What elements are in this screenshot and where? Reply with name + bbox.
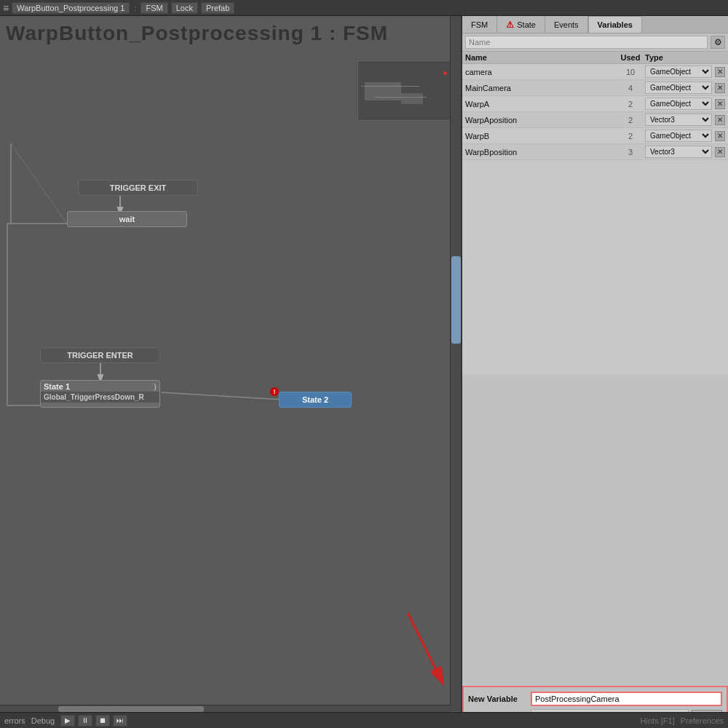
variable-search-row: ⚙ <box>462 33 728 52</box>
list-item: WarpA 2 GameObject ✕ <box>462 96 728 112</box>
tab-variables[interactable]: Variables <box>588 16 642 33</box>
var-delete-warpaposition[interactable]: ✕ <box>715 115 725 125</box>
state2-node[interactable]: State 2 <box>279 392 352 408</box>
play-button[interactable]: ▶ <box>60 715 75 727</box>
var-used-camera: 10 <box>616 68 645 76</box>
var-delete-warpbposition[interactable]: ✕ <box>715 147 725 157</box>
var-type-warpaposition-select[interactable]: Vector3 <box>645 114 712 126</box>
pause-button[interactable]: ⏸ <box>78 715 92 727</box>
settings-button[interactable]: ⚙ <box>711 36 725 49</box>
right-tabs: FSM ⚠ State Events Variables <box>462 16 728 33</box>
var-type-warpbposition-select[interactable]: Vector3 <box>645 146 712 158</box>
var-type-warpbposition-wrap: Vector3 ✕ <box>645 146 725 158</box>
new-variable-row: New Variable <box>468 692 722 706</box>
svg-line-5 <box>162 392 284 400</box>
var-used-warpaposition: 2 <box>616 116 645 124</box>
trigger-enter-header[interactable]: TRIGGER ENTER <box>40 347 160 363</box>
error-indicator: ! <box>270 387 279 396</box>
var-name-warpbposition[interactable]: WarpBposition <box>465 148 616 157</box>
col-used-header: Used <box>616 53 645 62</box>
canvas-vscroll[interactable] <box>450 16 461 711</box>
var-used-warpbposition: 3 <box>616 148 645 157</box>
errors-label[interactable]: errors <box>4 716 25 725</box>
fsm-canvas[interactable]: WarpButton_Postprocessing 1 : FSM <box>0 16 462 728</box>
var-type-warpb-wrap: GameObject ✕ <box>645 130 725 142</box>
list-item: WarpBposition 3 Vector3 ✕ <box>462 144 728 160</box>
var-type-camera-wrap: GameObject ✕ <box>645 66 725 78</box>
annotation-arrows <box>0 16 462 728</box>
var-name-warpaposition[interactable]: WarpAposition <box>465 116 616 124</box>
var-type-maincamera-wrap: GameObject ✕ <box>645 82 725 94</box>
variables-panel: ⚙ Name Used Type camera 10 GameObject <box>462 33 728 728</box>
var-type-warpaposition-wrap: Vector3 ✕ <box>645 114 725 126</box>
list-item: WarpAposition 2 Vector3 ✕ <box>462 112 728 128</box>
prefab-button[interactable]: Prefab <box>201 2 234 14</box>
top-bar: ≡ WarpButton_Postprocessing 1 : FSM Lock… <box>0 0 728 16</box>
new-variable-label: New Variable <box>468 695 528 703</box>
var-type-maincamera-select[interactable]: GameObject <box>645 82 712 94</box>
var-delete-warpa[interactable]: ✕ <box>715 99 725 109</box>
mini-map <box>357 60 455 122</box>
var-type-camera-select[interactable]: GameObject <box>645 66 712 78</box>
play-controls: ▶ ⏸ ⏹ ⏭ <box>60 715 127 727</box>
lock-button[interactable]: Lock <box>171 2 198 14</box>
warning-icon: ⚠ <box>506 20 514 30</box>
var-used-warpa: 2 <box>616 100 645 108</box>
var-delete-camera[interactable]: ✕ <box>715 67 725 77</box>
tab-state[interactable]: ⚠ State <box>497 16 545 33</box>
var-name-warpa[interactable]: WarpA <box>465 100 616 108</box>
new-variable-input[interactable] <box>531 692 722 706</box>
var-delete-maincamera[interactable]: ✕ <box>715 83 725 93</box>
var-name-maincamera[interactable]: MainCamera <box>465 84 616 92</box>
variable-list: camera 10 GameObject ✕ MainCamera 4 <box>462 64 728 375</box>
var-type-warpa-select[interactable]: GameObject <box>645 98 712 110</box>
canvas-title: WarpButton_Postprocessing 1 : FSM <box>0 22 461 45</box>
debug-label[interactable]: Debug <box>31 716 55 725</box>
title-button[interactable]: WarpButton_Postprocessing 1 <box>12 2 130 14</box>
canvas-hscroll-thumb[interactable] <box>58 706 204 712</box>
list-item: WarpB 2 GameObject ✕ <box>462 128 728 144</box>
var-delete-warpb[interactable]: ✕ <box>715 131 725 141</box>
var-spacer <box>462 375 728 686</box>
variable-search-input[interactable] <box>465 36 708 49</box>
var-name-warpb[interactable]: WarpB <box>465 132 616 141</box>
main-layout: WarpButton_Postprocessing 1 : FSM <box>0 16 728 728</box>
menu-icon: ≡ <box>3 2 9 14</box>
col-name-header: Name <box>465 53 616 62</box>
svg-line-8 <box>408 613 440 678</box>
var-type-warpa-wrap: GameObject ✕ <box>645 98 725 110</box>
right-status-bar: Hints [F1] Preferences <box>641 716 724 725</box>
var-used-maincamera: 4 <box>616 84 645 92</box>
right-panel: FSM ⚠ State Events Variables ⚙ Name <box>462 16 728 728</box>
status-bar: errors Debug ▶ ⏸ ⏹ ⏭ Hints [F1] Preferen… <box>0 712 728 728</box>
separator: : <box>134 4 136 12</box>
tab-fsm[interactable]: FSM <box>462 16 497 33</box>
step-button[interactable]: ⏭ <box>113 715 127 727</box>
variable-table-header: Name Used Type <box>462 52 728 64</box>
col-type-header: Type <box>645 53 725 62</box>
state1-node[interactable]: State 1 ) Global_TriggerPressDown_R <box>40 380 160 408</box>
list-item: MainCamera 4 GameObject ✕ <box>462 80 728 96</box>
fsm-button[interactable]: FSM <box>141 2 167 14</box>
canvas-vscroll-thumb[interactable] <box>451 256 461 344</box>
trigger-exit-header[interactable]: TRIGGER EXIT <box>78 180 198 196</box>
var-name-camera[interactable]: camera <box>465 68 616 76</box>
canvas-hscroll[interactable] <box>0 705 451 712</box>
stop-button[interactable]: ⏹ <box>95 715 110 727</box>
wait-state[interactable]: wait <box>67 211 187 227</box>
svg-line-7 <box>11 143 67 223</box>
var-type-warpb-select[interactable]: GameObject <box>645 130 712 142</box>
canvas-svg <box>0 16 462 728</box>
preferences-label[interactable]: Preferences <box>681 716 724 725</box>
var-used-warpb: 2 <box>616 132 645 141</box>
tab-events[interactable]: Events <box>545 16 588 33</box>
hints-label: Hints [F1] <box>641 716 675 725</box>
list-item: camera 10 GameObject ✕ <box>462 64 728 80</box>
